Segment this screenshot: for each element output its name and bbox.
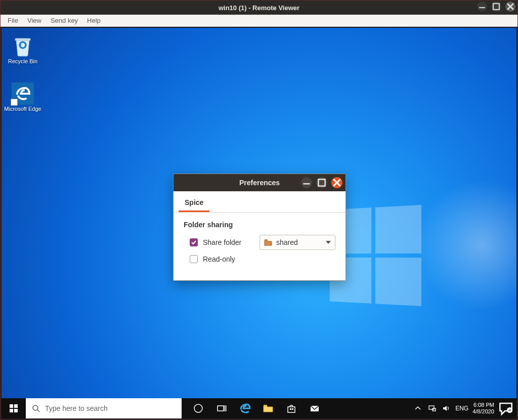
windows-desktop[interactable]: Recycle Bin Microsoft Edge Preferences [2,28,516,418]
windows-taskbar: Type here to search ENG 6:08 PM [2,398,516,418]
folder-select-label: shared [276,238,322,246]
svg-rect-1 [493,4,499,10]
notification-badge: 4 [507,407,512,413]
tray-language[interactable]: ENG [455,405,468,412]
svg-rect-17 [290,408,291,410]
menu-file[interactable]: File [4,16,22,25]
close-button[interactable] [505,2,515,12]
desktop-icon-label: Microsoft Edge [4,106,42,112]
wallpaper-light [416,180,516,311]
readonly-label: Read-only [203,255,235,263]
prefs-close-button[interactable] [331,177,342,188]
svg-rect-20 [429,406,434,409]
edge-icon [12,82,34,105]
tray-date: 4/8/2020 [472,408,494,415]
start-button[interactable] [2,398,26,418]
taskbar-mail[interactable] [303,398,326,418]
share-folder-label: Share folder [203,238,241,246]
preferences-dialog: Preferences Spice Folder sharing [173,174,346,281]
svg-rect-13 [218,406,224,411]
svg-rect-9 [265,239,268,241]
recycle-bin-icon [12,35,34,57]
svg-line-11 [37,410,39,412]
folder-icon [264,239,272,246]
search-icon [32,404,40,412]
tray-time: 6:08 PM [472,402,494,408]
menu-view[interactable]: View [23,16,46,25]
taskbar-edge[interactable] [233,398,256,418]
outer-titlebar[interactable]: win10 (1) - Remote Viewer [1,1,517,15]
tray-volume-icon[interactable] [441,404,451,412]
menu-help[interactable]: Help [83,16,105,25]
window-title: win10 (1) - Remote Viewer [1,4,517,12]
taskbar-store[interactable] [280,398,303,418]
section-folder-sharing: Folder sharing [184,221,335,229]
svg-rect-15 [225,409,226,411]
folder-select[interactable]: shared [260,235,335,250]
tab-spice[interactable]: Spice [179,194,209,212]
guest-viewport: Recycle Bin Microsoft Edge Preferences [2,28,516,418]
tray-clock[interactable]: 6:08 PM 4/8/2020 [472,402,494,414]
minimize-button[interactable] [477,2,487,12]
maximize-button[interactable] [491,2,501,12]
desktop-icon-label: Recycle Bin [4,58,42,64]
taskbar-file-explorer[interactable] [256,398,280,418]
cortana-button[interactable] [187,398,210,418]
readonly-checkbox[interactable] [190,255,198,263]
system-tray: ENG 6:08 PM 4/8/2020 4 [413,398,516,418]
desktop-icon-microsoft-edge[interactable]: Microsoft Edge [4,82,42,112]
task-view-button[interactable] [210,398,233,418]
svg-rect-6 [318,179,325,186]
svg-rect-16 [264,405,267,406]
preferences-titlebar[interactable]: Preferences [174,174,346,191]
svg-point-10 [33,405,38,410]
tray-network-icon[interactable] [427,404,437,412]
windows-logo-icon [10,404,18,412]
taskbar-search[interactable]: Type here to search [26,398,182,418]
menubar: File View Send key Help [1,15,517,27]
svg-rect-4 [15,38,30,40]
svg-rect-14 [225,406,226,408]
desktop-icon-recycle-bin[interactable]: Recycle Bin [4,35,42,64]
svg-marker-22 [443,406,447,411]
preferences-tabs: Spice [174,191,346,213]
share-folder-checkbox[interactable] [190,238,198,246]
tray-overflow[interactable] [413,404,423,412]
action-center-button[interactable]: 4 [498,401,513,416]
svg-point-12 [194,404,202,412]
chevron-down-icon [326,241,331,244]
remote-viewer-window: win10 (1) - Remote Viewer File View Send… [0,0,518,420]
search-placeholder: Type here to search [45,404,108,412]
prefs-maximize-button[interactable] [316,177,327,188]
svg-rect-18 [292,408,293,410]
menu-send-key[interactable]: Send key [47,16,82,25]
prefs-minimize-button[interactable] [301,177,312,188]
